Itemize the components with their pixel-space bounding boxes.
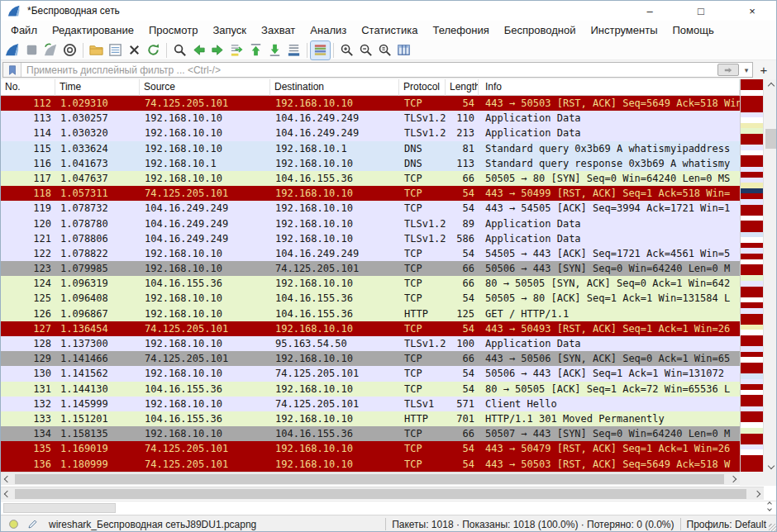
packet-row[interactable]: 1201.078780104.16.249.249192.168.10.10TL… <box>1 216 740 231</box>
menu-item-5[interactable]: Анализ <box>303 21 354 40</box>
capture-comment-icon[interactable] <box>26 518 39 530</box>
menu-item-2[interactable]: Просмотр <box>141 21 205 40</box>
vertical-scrollbar-thumb[interactable] <box>765 129 777 149</box>
packet-no: 132 <box>1 397 55 411</box>
column-header-length[interactable]: Length <box>446 79 479 96</box>
packet-row[interactable]: 1241.096319104.16.155.36192.168.10.10TCP… <box>1 276 740 291</box>
packet-list-hscrollbar[interactable] <box>1 472 740 485</box>
zoom-in-button[interactable] <box>337 41 356 59</box>
scroll-left-arrow-icon[interactable] <box>1 473 14 486</box>
column-header-info[interactable]: Info <box>479 79 740 96</box>
profile-label[interactable]: Профиль: Default <box>687 519 767 530</box>
packet-row[interactable]: 1321.145999192.168.10.1074.125.205.101TL… <box>1 397 740 411</box>
expert-info-icon[interactable] <box>7 518 20 530</box>
packet-row[interactable]: 1311.144130104.16.155.36192.168.10.10TCP… <box>1 382 740 397</box>
menu-item-10[interactable]: Помощь <box>665 21 722 40</box>
packet-row[interactable]: 1251.096408192.168.10.10104.16.155.36TCP… <box>1 291 740 306</box>
column-header-source[interactable]: Source <box>140 79 270 96</box>
capture-options-button[interactable] <box>60 41 79 59</box>
column-header-no[interactable]: No. <box>1 79 55 96</box>
capture-stop-button[interactable] <box>22 41 41 59</box>
minimap-stripe <box>741 161 763 167</box>
menu-item-0[interactable]: Файл <box>3 21 45 40</box>
packet-row[interactable]: 1161.041673192.168.10.1192.168.10.10DNS1… <box>1 156 740 171</box>
apply-filter-button[interactable] <box>717 64 739 76</box>
capture-filename: wireshark_Беспроводная сетьJ89DU1.pcapng <box>49 519 256 530</box>
vertical-scrollbar[interactable] <box>763 79 777 472</box>
packet-row[interactable]: 1171.047637192.168.10.10104.16.155.36TCP… <box>1 171 740 186</box>
packet-row[interactable]: 1351.16901974.125.205.101192.168.10.10TC… <box>1 441 740 456</box>
packet-row[interactable]: 1261.096867192.168.10.10104.16.155.36HTT… <box>1 306 740 321</box>
packet-row[interactable]: 1361.18099974.125.205.101192.168.10.10TC… <box>1 457 740 472</box>
packet-time: 1.136454 <box>55 321 140 336</box>
maximize-button[interactable]: □ <box>675 1 727 21</box>
minimap-stripe <box>741 226 763 232</box>
auto-scroll-button[interactable] <box>284 41 303 59</box>
packet-list-minimap[interactable] <box>740 79 763 472</box>
find-packet-button[interactable] <box>170 41 189 59</box>
scroll-right-arrow-icon[interactable] <box>727 473 740 486</box>
column-header-protocol[interactable]: Protocol <box>399 79 446 96</box>
packet-source: 104.16.155.36 <box>140 382 270 397</box>
lower-pane-hscrollbar[interactable] <box>1 487 764 500</box>
hscrollbar-thumb[interactable] <box>15 474 724 484</box>
packet-row[interactable]: 1301.141562192.168.10.1074.125.205.101TC… <box>1 366 740 381</box>
go-to-packet-button[interactable] <box>227 41 246 59</box>
packet-row[interactable]: 1211.078806104.16.249.249192.168.10.10TL… <box>1 231 740 246</box>
column-header-time[interactable]: Time <box>55 79 140 96</box>
packet-row[interactable]: 1221.078822192.168.10.10104.16.249.249TC… <box>1 246 740 261</box>
zoom-100-button[interactable] <box>375 41 394 59</box>
open-file-button[interactable] <box>87 41 106 59</box>
scroll-right-arrow-icon[interactable] <box>751 487 764 501</box>
go-back-button[interactable] <box>189 41 208 59</box>
packet-row[interactable]: 1121.02931074.125.205.101192.168.10.10TC… <box>1 96 740 111</box>
packet-row[interactable]: 1181.05731174.125.205.101192.168.10.10TC… <box>1 186 740 201</box>
resize-columns-button[interactable] <box>394 41 413 59</box>
add-filter-button[interactable]: + <box>756 62 772 78</box>
minimize-button[interactable]: – <box>624 1 675 21</box>
details-vscroll-arrows[interactable] <box>768 502 771 511</box>
menu-item-3[interactable]: Запуск <box>205 21 254 40</box>
menu-item-7[interactable]: Телефония <box>425 21 496 40</box>
packet-row[interactable]: 1341.158135192.168.10.10104.16.155.36TCP… <box>1 426 740 441</box>
details-scrollbar-thumb[interactable] <box>3 503 116 513</box>
packet-row[interactable]: 1141.030320192.168.10.10104.16.249.249TL… <box>1 126 740 140</box>
resize-grip[interactable] <box>769 524 777 532</box>
scroll-left-arrow-icon[interactable] <box>1 487 14 501</box>
packet-row[interactable]: 1291.14146674.125.205.101192.168.10.10TC… <box>1 351 740 366</box>
go-back-icon <box>191 42 207 58</box>
capture-start-button[interactable] <box>3 41 22 59</box>
packet-no: 115 <box>1 141 55 156</box>
menu-item-6[interactable]: Статистика <box>354 21 425 40</box>
menu-item-8[interactable]: Беспроводной <box>497 21 584 40</box>
go-top-button[interactable] <box>246 41 265 59</box>
save-file-button[interactable] <box>106 41 125 59</box>
packet-row[interactable]: 1271.13645474.125.205.101192.168.10.10TC… <box>1 321 740 336</box>
menu-item-9[interactable]: Инструменты <box>583 21 665 40</box>
packet-row[interactable]: 1281.137300192.168.10.1095.163.54.50TLSv… <box>1 336 740 351</box>
hscrollbar-thumb[interactable] <box>15 489 746 499</box>
close-file-button[interactable] <box>125 41 144 59</box>
scroll-up-arrow-icon[interactable] <box>764 79 777 92</box>
packet-row[interactable]: 1331.151201104.16.155.36192.168.10.10HTT… <box>1 411 740 426</box>
go-forward-button[interactable] <box>208 41 227 59</box>
capture-restart-button[interactable] <box>41 41 60 59</box>
scroll-down-arrow-icon[interactable] <box>764 459 777 472</box>
packet-stats: Пакеты: 1018 · Показаны: 1018 (100.0%) ·… <box>392 519 674 530</box>
packet-row[interactable]: 1131.030257192.168.10.10104.16.249.249TL… <box>1 111 740 126</box>
packet-time: 1.137300 <box>55 336 140 351</box>
packet-row[interactable]: 1191.078732104.16.249.249192.168.10.10TC… <box>1 201 740 216</box>
reload-button[interactable] <box>144 41 163 59</box>
close-button[interactable]: × <box>727 1 777 21</box>
packet-row[interactable]: 1231.079985192.168.10.1074.125.205.101TC… <box>1 261 740 276</box>
menu-item-4[interactable]: Захват <box>254 21 303 40</box>
packet-row[interactable]: 1151.033624192.168.10.10192.168.10.1DNS8… <box>1 141 740 156</box>
column-header-destination[interactable]: Destination <box>270 79 399 96</box>
filter-dropdown-caret[interactable]: ▾ <box>741 66 752 74</box>
zoom-out-button[interactable] <box>356 41 375 59</box>
filter-bookmark-button[interactable] <box>3 63 21 77</box>
menu-item-1[interactable]: Редактирование <box>45 21 141 40</box>
display-filter-input[interactable] <box>21 64 717 77</box>
colorize-button[interactable] <box>311 41 330 59</box>
go-bottom-button[interactable] <box>265 41 284 59</box>
